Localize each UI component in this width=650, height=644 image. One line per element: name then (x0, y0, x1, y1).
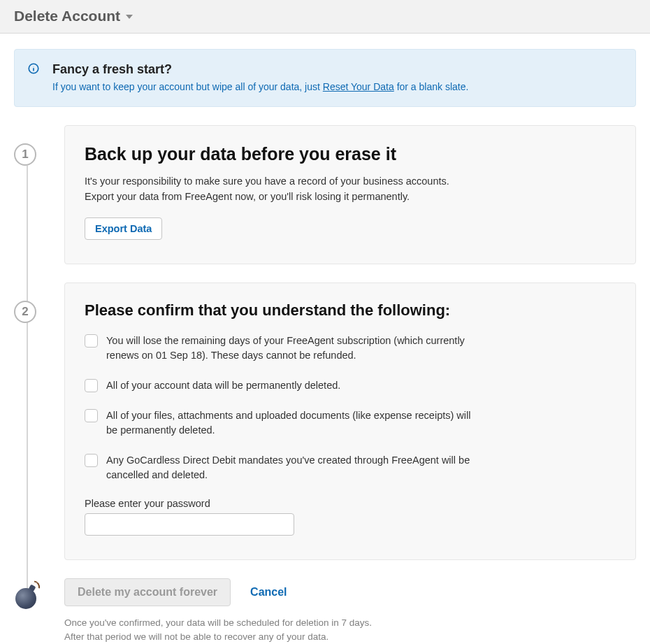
confirm-item-subscription: You will lose the remaining days of your… (85, 334, 476, 363)
export-data-button[interactable]: Export Data (85, 217, 162, 240)
action-note-line2: After that period we will not be able to… (64, 631, 328, 642)
backup-text: It's your responsibility to make sure yo… (85, 174, 616, 205)
backup-text-line2: Export your data from FreeAgent now, or … (85, 191, 410, 202)
svg-point-1 (34, 66, 34, 67)
chevron-down-icon (126, 15, 133, 19)
action-buttons: Delete my account forever Cancel (64, 578, 636, 606)
action-note-line1: Once you've confirmed, your data will be… (64, 617, 372, 628)
backup-card: Back up your data before you erase it It… (64, 125, 636, 264)
page-title-dropdown[interactable]: Delete Account (14, 8, 636, 24)
password-input[interactable] (85, 513, 294, 536)
confirm-title: Please confirm that you understand the f… (85, 301, 616, 320)
info-banner-text-suffix: for a blank slate. (394, 81, 469, 92)
confirm-item-account-data: All of your account data will be permane… (85, 378, 476, 393)
backup-text-line1: It's your responsibility to make sure yo… (85, 176, 449, 187)
confirm-label-gocardless: Any GoCardless Direct Debit mandates you… (106, 453, 476, 482)
page-header: Delete Account (0, 0, 650, 34)
confirm-label-account-data: All of your account data will be permane… (106, 378, 340, 393)
info-icon (27, 62, 40, 78)
checkbox-account-data[interactable] (85, 379, 98, 392)
info-banner: Fancy a fresh start? If you want to keep… (14, 49, 636, 107)
info-banner-text: If you want to keep your account but wip… (52, 81, 620, 92)
cancel-link[interactable]: Cancel (250, 586, 287, 599)
steps-container: 1 Back up your data before you erase it … (14, 125, 636, 644)
confirm-item-gocardless: Any GoCardless Direct Debit mandates you… (85, 453, 476, 482)
page-title: Delete Account (14, 8, 120, 24)
step-marker-2: 2 (14, 301, 36, 323)
step-connector-line (27, 166, 28, 595)
backup-title: Back up your data before you erase it (85, 144, 616, 164)
step-actions: Delete my account forever Cancel Once yo… (64, 578, 636, 644)
checkbox-files[interactable] (85, 409, 98, 422)
password-label: Please enter your password (85, 498, 616, 509)
step-backup: 1 Back up your data before you erase it … (64, 125, 636, 264)
page-content: Fancy a fresh start? If you want to keep… (0, 34, 650, 644)
info-banner-text-prefix: If you want to keep your account but wip… (52, 81, 323, 92)
action-note: Once you've confirmed, your data will be… (64, 616, 636, 644)
checkbox-gocardless[interactable] (85, 454, 98, 467)
confirm-label-files: All of your files, attachments and uploa… (106, 408, 476, 438)
bomb-icon (14, 582, 39, 608)
step-confirm: 2 Please confirm that you understand the… (64, 282, 636, 560)
confirm-label-subscription: You will lose the remaining days of your… (106, 334, 476, 363)
confirm-card: Please confirm that you understand the f… (64, 282, 636, 560)
checkbox-subscription[interactable] (85, 334, 98, 348)
confirm-item-files: All of your files, attachments and uploa… (85, 408, 476, 438)
delete-account-button[interactable]: Delete my account forever (64, 578, 231, 606)
reset-data-link[interactable]: Reset Your Data (323, 81, 394, 92)
step-marker-1: 1 (14, 143, 36, 166)
info-banner-title: Fancy a fresh start? (52, 62, 620, 77)
